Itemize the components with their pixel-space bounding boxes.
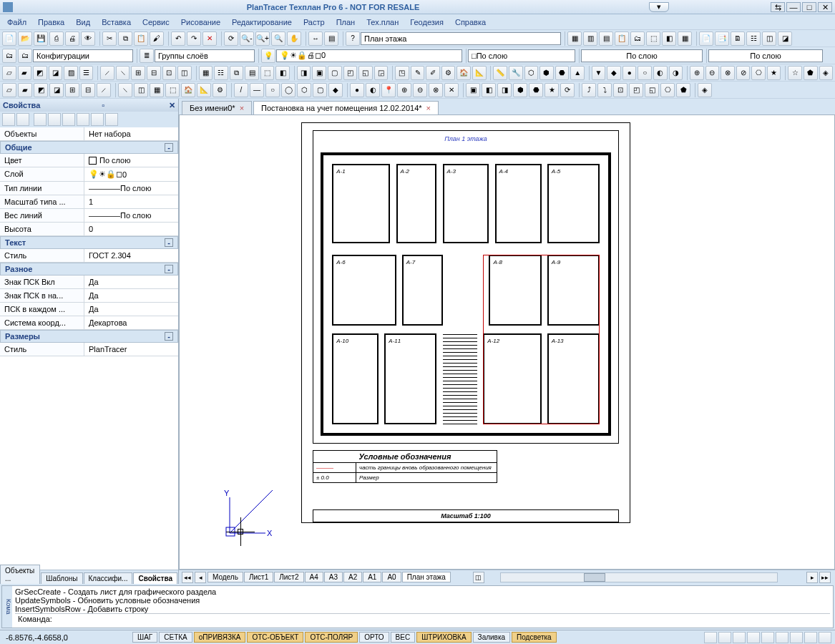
menu-Вставка[interactable]: Вставка: [96, 16, 137, 28]
extra-btn-34[interactable]: ⟳: [560, 83, 575, 97]
extra-btn-26[interactable]: ⊗: [429, 83, 443, 97]
status-СЕТКА[interactable]: СЕТКА: [159, 632, 192, 643]
help-icon[interactable]: ?: [346, 31, 360, 46]
extra-btn-4[interactable]: ⊞: [65, 83, 79, 97]
draw-btn-22[interactable]: ◱: [358, 66, 373, 80]
status-icon-7[interactable]: [804, 632, 817, 643]
prop-btn-1[interactable]: [2, 113, 15, 126]
menu-Правка[interactable]: Правка: [32, 16, 70, 28]
status-оПРИВЯЗКА[interactable]: оПРИВЯЗКА: [194, 632, 246, 643]
model-tab-4[interactable]: А3: [324, 572, 343, 582]
prop-lweight-v[interactable]: ———— По слою: [84, 209, 178, 222]
extra-btn-23[interactable]: 📍: [381, 83, 396, 97]
mtab-nav-r[interactable]: ▸▸: [819, 572, 831, 583]
layerconfig-icon[interactable]: 🗂: [2, 49, 16, 63]
prop-objects-v[interactable]: Нет набора: [84, 127, 178, 140]
color-combo[interactable]: [468, 49, 575, 62]
extra-btn-18[interactable]: ⬡: [297, 83, 311, 97]
draw-btn-13[interactable]: ☷: [214, 66, 228, 80]
extra-btn-10[interactable]: ⬚: [165, 83, 180, 97]
extra-btn-32[interactable]: ⬣: [529, 83, 543, 97]
draw-btn-30[interactable]: 📏: [493, 66, 507, 80]
extra-btn-41[interactable]: ⬟: [676, 83, 690, 97]
extra-btn-1[interactable]: ▰: [18, 83, 32, 97]
menu-Геодезия[interactable]: Геодезия: [404, 16, 449, 28]
draw-btn-2[interactable]: ◩: [33, 66, 47, 80]
prop-height-v[interactable]: 0: [84, 223, 178, 235]
doc-tab-1[interactable]: Постановка на учет помещения 12.02.2014*…: [253, 101, 439, 114]
extra-btn-36[interactable]: ⤵: [597, 83, 612, 97]
preview-icon[interactable]: 👁: [81, 31, 95, 46]
prop-close-icon[interactable]: ✕: [169, 101, 175, 110]
layergroups-combo[interactable]: [155, 49, 255, 62]
layer-combo[interactable]: [276, 49, 462, 62]
draw-btn-9[interactable]: ⊟: [147, 66, 161, 80]
maximize-button[interactable]: □: [802, 2, 816, 12]
menu-План[interactable]: План: [331, 16, 361, 28]
tb-l[interactable]: ☷: [746, 31, 761, 46]
draw-btn-23[interactable]: ◲: [374, 66, 389, 80]
model-tab-8[interactable]: План этажа: [402, 572, 451, 582]
copy-icon[interactable]: ⧉: [118, 31, 132, 46]
draw-btn-42[interactable]: ⊕: [690, 66, 704, 80]
extra-btn-8[interactable]: ◫: [134, 83, 148, 97]
draw-btn-32[interactable]: ⬡: [524, 66, 539, 80]
draw-btn-38[interactable]: ●: [622, 66, 637, 80]
collapse-misc[interactable]: -: [165, 265, 173, 273]
collapse-text[interactable]: -: [165, 238, 173, 247]
extra-btn-33[interactable]: ★: [545, 83, 559, 97]
hscroll[interactable]: [500, 572, 778, 582]
extra-btn-12[interactable]: 📐: [197, 83, 211, 97]
draw-btn-3[interactable]: ◪: [49, 66, 63, 80]
redo-icon[interactable]: ↷: [187, 31, 201, 46]
extra-btn-39[interactable]: ◱: [645, 83, 659, 97]
draw-btn-5[interactable]: ☰: [79, 66, 94, 80]
lweight-combo[interactable]: [708, 49, 823, 62]
draw-btn-44[interactable]: ⊗: [721, 66, 735, 80]
draw-btn-16[interactable]: ⬚: [260, 66, 275, 80]
prop-pin-icon[interactable]: ▫: [102, 101, 104, 109]
erase-icon[interactable]: ✕: [202, 31, 217, 46]
draw-btn-21[interactable]: ◰: [343, 66, 358, 80]
tb-h[interactable]: ▦: [678, 31, 692, 46]
open-icon[interactable]: 📂: [18, 31, 32, 46]
status-icon-1[interactable]: [718, 632, 731, 643]
pin-button[interactable]: ⇆: [771, 2, 785, 12]
collapse-general[interactable]: -: [165, 143, 173, 152]
extra-btn-2[interactable]: ◩: [34, 83, 48, 97]
menu-Сервис[interactable]: Сервис: [137, 16, 175, 28]
tb-c[interactable]: ▤: [599, 31, 613, 46]
extra-btn-38[interactable]: ◰: [629, 83, 643, 97]
zoomout-icon[interactable]: 🔍-: [240, 31, 254, 46]
prop-btn-8[interactable]: [105, 113, 118, 126]
prop-tab-0[interactable]: Объекты ...: [0, 565, 40, 584]
draw-btn-47[interactable]: ★: [767, 66, 781, 80]
model-tab-3[interactable]: А4: [305, 572, 323, 582]
prop-btn-2[interactable]: [16, 113, 29, 126]
layers-icon[interactable]: ≣: [140, 49, 154, 63]
menu-Тех.план[interactable]: Тех.план: [361, 16, 404, 28]
status-ОРТО[interactable]: ОРТО: [359, 632, 389, 643]
extra-btn-0[interactable]: ▱: [2, 83, 16, 97]
status-ШАГ[interactable]: ШАГ: [132, 632, 157, 643]
doc-tab-close-1[interactable]: ×: [426, 104, 431, 112]
tab-handle-icon[interactable]: ▾: [649, 2, 669, 12]
draw-btn-40[interactable]: ◐: [653, 66, 668, 80]
extra-btn-21[interactable]: ●: [350, 83, 364, 97]
extra-btn-30[interactable]: ◨: [497, 83, 512, 97]
doc-tab-0[interactable]: Без имени0*×: [182, 101, 252, 114]
draw-btn-27[interactable]: ⚙: [441, 66, 456, 80]
menu-Редактирование[interactable]: Редактирование: [226, 16, 298, 28]
extra-btn-35[interactable]: ⤴: [582, 83, 596, 97]
prop-btn-7[interactable]: [91, 113, 104, 126]
draw-btn-1[interactable]: ▰: [18, 66, 32, 80]
area-icon[interactable]: ▤: [324, 31, 338, 46]
prop-color-v[interactable]: По слою: [84, 154, 178, 167]
extra-btn-13[interactable]: ⚙: [213, 83, 227, 97]
draw-btn-26[interactable]: ✐: [426, 66, 440, 80]
prop-ltype-v[interactable]: ———— По слою: [84, 182, 178, 195]
status-icon-5[interactable]: [776, 632, 788, 643]
model-tab-1[interactable]: Лист1: [244, 572, 273, 582]
status-ОТС-ОБЪЕКТ[interactable]: ОТС-ОБЪЕКТ: [247, 632, 303, 643]
mtab-nav-r[interactable]: ▸: [806, 572, 818, 583]
